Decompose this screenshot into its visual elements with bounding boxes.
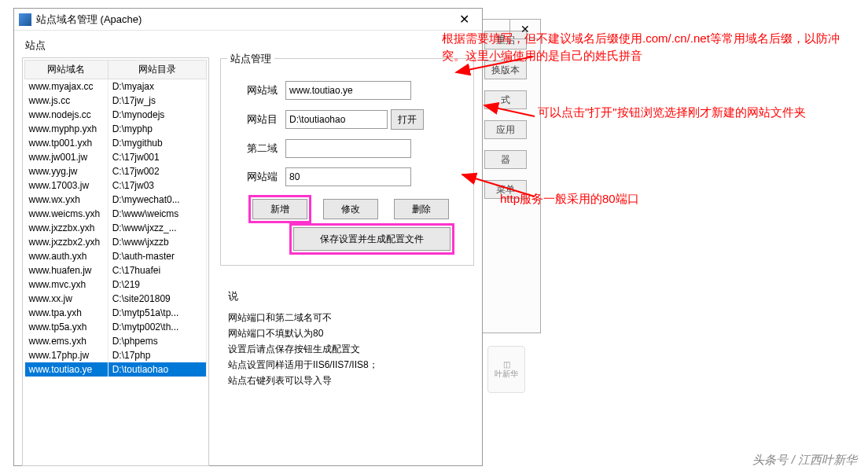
cell-domain: www.huafen.jw bbox=[25, 263, 108, 277]
cell-domain: www.myphp.yxh bbox=[25, 122, 108, 136]
domain-input[interactable] bbox=[285, 81, 411, 100]
cell-domain: www.myajax.cc bbox=[25, 79, 108, 94]
cell-dir: C:\17jw001 bbox=[108, 150, 206, 164]
table-row[interactable]: www.myajax.ccD:\myajax bbox=[25, 79, 207, 94]
cell-dir: D:\www\weicms bbox=[108, 207, 206, 221]
dir-input[interactable] bbox=[285, 110, 388, 129]
site-manage-group: 站点管理 网站域 网站目 打开 第二域 网站端 bbox=[220, 58, 474, 266]
cell-dir: D:\219 bbox=[108, 277, 206, 292]
info-line-4: 站点设置同样适用于IIS6/IIS7/IIS8； bbox=[228, 357, 474, 373]
info-title: 说 bbox=[228, 289, 474, 303]
sites-table: 网站域名 网站目录 www.myajax.ccD:\myajaxwww.js.c… bbox=[24, 60, 207, 377]
window-title: 站点域名管理 (Apache) bbox=[36, 13, 447, 27]
cell-dir: C:\17huafei bbox=[108, 263, 206, 277]
cell-dir: D:\myphp bbox=[108, 122, 206, 136]
edit-button[interactable]: 修改 bbox=[323, 199, 378, 219]
bg-icon-1: ◫叶新华 bbox=[487, 346, 525, 393]
info-line-5: 站点右键列表可以导入导 bbox=[228, 373, 474, 388]
domain-label: 网站域 bbox=[230, 83, 278, 97]
annotation-3: http服务一般采用的80端口 bbox=[500, 190, 830, 208]
svg-line-1 bbox=[484, 105, 535, 116]
background-icons: ◫叶新华 bbox=[487, 346, 525, 393]
table-row[interactable]: www.17003.jwC:\17jw03 bbox=[25, 178, 207, 193]
cell-domain: www.jw001.jw bbox=[25, 150, 108, 164]
port-input[interactable] bbox=[285, 167, 411, 186]
cell-dir: D:\17php bbox=[108, 348, 206, 362]
table-row[interactable]: www.js.ccD:\17jw_js bbox=[25, 94, 207, 108]
cell-domain: www.tp001.yxh bbox=[25, 136, 108, 150]
table-row[interactable]: www.jxzzbx2.yxhD:\www\jxzzb bbox=[25, 235, 207, 249]
cell-dir: D:\mywechat0... bbox=[108, 193, 206, 207]
cell-domain: www.mvc.yxh bbox=[25, 277, 108, 292]
cell-domain: www.wx.yxh bbox=[25, 193, 108, 207]
table-row[interactable]: www.yyg.jwC:\17jw002 bbox=[25, 164, 207, 178]
second-domain-input[interactable] bbox=[285, 139, 411, 158]
table-row[interactable]: www.jxzzbx.yxhD:\www\jxzz_... bbox=[25, 221, 207, 235]
cell-domain: www.weicms.yxh bbox=[25, 207, 108, 221]
cell-dir: D:\mytp51a\tp... bbox=[108, 306, 206, 320]
cell-domain: www.auth.yxh bbox=[25, 249, 108, 263]
bg-btn-server: 器 bbox=[484, 150, 527, 169]
close-button[interactable]: ✕ bbox=[447, 9, 482, 31]
cell-domain: www.nodejs.cc bbox=[25, 108, 108, 122]
cell-dir: D:\auth-master bbox=[108, 249, 206, 263]
dir-label: 网站目 bbox=[230, 112, 278, 127]
cell-domain: www.js.cc bbox=[25, 94, 108, 108]
cell-dir: D:\mytp002\th... bbox=[108, 320, 206, 334]
cell-dir: C:\site201809 bbox=[108, 292, 206, 306]
annotation-2: 可以点击"打开"按钮浏览选择刚才新建的网站文件夹 bbox=[538, 104, 868, 121]
table-row[interactable]: www.auth.yxhD:\auth-master bbox=[25, 249, 207, 263]
cell-dir: D:\mynodejs bbox=[108, 108, 206, 122]
table-row[interactable]: www.tp5a.yxhD:\mytp002\th... bbox=[25, 320, 207, 334]
cell-dir: D:\toutiaohao bbox=[108, 362, 206, 377]
cell-dir: D:\17jw_js bbox=[108, 94, 206, 108]
table-row[interactable]: www.wx.yxhD:\mywechat0... bbox=[25, 193, 207, 207]
table-row[interactable]: www.jw001.jwC:\17jw001 bbox=[25, 150, 207, 164]
cell-domain: www.ems.yxh bbox=[25, 334, 108, 348]
cell-dir: D:\phpems bbox=[108, 334, 206, 348]
titlebar: 站点域名管理 (Apache) ✕ bbox=[14, 9, 482, 31]
save-config-button[interactable]: 保存设置并生成配置文件 bbox=[293, 227, 451, 251]
cell-dir: D:\myajax bbox=[108, 79, 206, 94]
dialog-site-domain-manager: 站点域名管理 (Apache) ✕ 站点 网站域名 网站目录 www.myaja… bbox=[13, 8, 483, 466]
cell-domain: www.tp5a.yxh bbox=[25, 320, 108, 334]
cell-domain: www.yyg.jw bbox=[25, 164, 108, 178]
cell-dir: D:\mygithub bbox=[108, 136, 206, 150]
table-row[interactable]: www.tp001.yxhD:\mygithub bbox=[25, 136, 207, 150]
cell-domain: www.17003.jw bbox=[25, 178, 108, 193]
watermark: 头条号 / 江西叶新华 bbox=[752, 453, 857, 468]
cell-domain: www.jxzzbx2.yxh bbox=[25, 235, 108, 249]
cell-domain: www.toutiao.ye bbox=[25, 362, 108, 377]
table-row[interactable]: www.weicms.yxhD:\www\weicms bbox=[25, 207, 207, 221]
table-row[interactable]: www.tpa.yxhD:\mytp51a\tp... bbox=[25, 306, 207, 320]
open-button[interactable]: 打开 bbox=[391, 109, 424, 130]
table-row[interactable]: www.mvc.yxhD:\219 bbox=[25, 277, 207, 292]
bg-btn-apply: 应用 bbox=[484, 120, 527, 139]
table-row[interactable]: www.17php.jwD:\17php bbox=[25, 348, 207, 362]
table-row[interactable]: www.toutiao.yeD:\toutiaohao bbox=[25, 362, 207, 377]
table-row[interactable]: www.myphp.yxhD:\myphp bbox=[25, 122, 207, 136]
col-domain[interactable]: 网站域名 bbox=[25, 61, 108, 79]
site-manage-label: 站点管理 bbox=[227, 52, 274, 66]
col-dir[interactable]: 网站目录 bbox=[108, 61, 206, 79]
table-row[interactable]: www.ems.yxhD:\phpems bbox=[25, 334, 207, 348]
info-line-1: 网站端口和第二域名可不 bbox=[228, 310, 474, 325]
sites-listbox[interactable]: 网站域名 网站目录 www.myajax.ccD:\myajaxwww.js.c… bbox=[22, 57, 209, 466]
port-label: 网站端 bbox=[230, 170, 278, 184]
cell-domain: www.tpa.yxh bbox=[25, 306, 108, 320]
cell-domain: www.17php.jw bbox=[25, 348, 108, 362]
annotation-1: 根据需要填写，但不建议域名后缀使用.com/.cn/.net等常用域名后缀，以防… bbox=[442, 30, 859, 64]
info-line-3: 设置后请点保存按钮生成配置文 bbox=[228, 341, 474, 357]
cell-dir: D:\www\jxzz_... bbox=[108, 221, 206, 235]
cell-dir: D:\www\jxzzb bbox=[108, 235, 206, 249]
sites-label: 站点 bbox=[25, 39, 209, 53]
table-row[interactable]: www.xx.jwC:\site201809 bbox=[25, 292, 207, 306]
table-row[interactable]: www.huafen.jwC:\17huafei bbox=[25, 263, 207, 277]
delete-button[interactable]: 删除 bbox=[394, 199, 449, 219]
second-domain-label: 第二域 bbox=[230, 141, 278, 156]
background-panel: 重启 换版本 式 应用 器 菜单 bbox=[478, 19, 541, 333]
table-row[interactable]: www.nodejs.ccD:\mynodejs bbox=[25, 108, 207, 122]
add-button[interactable]: 新增 bbox=[252, 199, 307, 219]
info-section: 说 网站端口和第二域名可不 网站端口不填默认为80 设置后请点保存按钮生成配置文… bbox=[228, 289, 474, 388]
bg-btn-mode: 式 bbox=[484, 90, 527, 109]
